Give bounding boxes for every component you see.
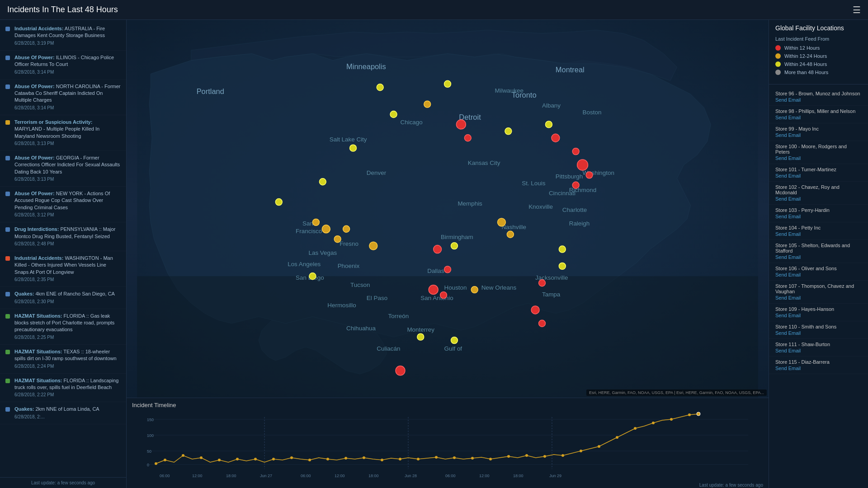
send-email-link[interactable]: Send Email (775, 254, 862, 260)
incident-item[interactable]: Drug Interdictions: PENNSYLVANIA :: Majo… (0, 222, 126, 251)
send-email-link[interactable]: Send Email (775, 313, 862, 318)
legend-label: Within 12 Hours (784, 45, 820, 51)
incident-text: Quakes: 2km NNE of Loma Linda, CA 6/28/2… (14, 406, 99, 420)
svg-text:18:00: 18:00 (513, 474, 524, 478)
svg-point-125 (543, 455, 546, 458)
svg-point-50 (572, 182, 579, 188)
store-item: Store 102 - Chavez, Roy and Mcdonald Sen… (769, 182, 868, 205)
store-item: Store 104 - Petty Inc Send Email (769, 222, 868, 240)
incident-dot (5, 84, 10, 89)
svg-point-69 (390, 111, 397, 118)
incident-list[interactable]: Industrial Accidents: AUSTRALIA - Fire D… (0, 20, 126, 477)
svg-point-131 (652, 422, 655, 424)
send-email-link[interactable]: Send Email (775, 295, 862, 300)
incident-item[interactable]: Quakes: 4km ENE of Rancho San Diego, CA … (0, 287, 126, 309)
incident-item[interactable]: Abuse Of Power: ILLINOIS - Chicago Polic… (0, 51, 126, 80)
svg-text:Jun 27: Jun 27 (260, 474, 272, 478)
send-email-link[interactable]: Send Email (775, 115, 862, 120)
incident-category: Quakes: (14, 291, 34, 296)
incident-text: HAZMAT Situations: FLORIDA :: Gas leak b… (14, 313, 121, 341)
svg-text:12:00: 12:00 (335, 474, 345, 478)
incident-dot (5, 292, 10, 296)
map-svg: Portland Minneapolis Montreal Toronto De… (127, 20, 769, 398)
store-item: Store 110 - Smith and Sons Send Email (769, 321, 868, 339)
store-item: Store 109 - Hayes-Hanson Send Email (769, 304, 868, 321)
legend-title: Last Incident Feed From (775, 36, 862, 42)
timeline-title: Incident Timeline (132, 402, 763, 408)
incident-dot (5, 256, 10, 261)
incident-description: MARYLAND - Multiple People Killed In Mar… (14, 126, 99, 138)
page-title: Incidents In The Last 48 Hours (7, 5, 118, 14)
incident-item[interactable]: Abuse Of Power: GEORGIA - Former Correct… (0, 151, 126, 187)
send-email-link[interactable]: Send Email (775, 132, 862, 138)
incident-dot (5, 314, 10, 319)
send-email-link[interactable]: Send Email (775, 97, 862, 103)
incident-text: Abuse Of Power: NEW YORK - Actions Of Ac… (14, 190, 121, 218)
svg-text:18:00: 18:00 (226, 474, 236, 478)
incident-dot (5, 56, 10, 60)
incident-dot (5, 192, 10, 196)
incident-category: Quakes: (14, 406, 34, 412)
store-name: Store 107 - Thompson, Chavez and Vaughan (775, 283, 862, 294)
svg-point-62 (497, 218, 505, 226)
incident-dot (5, 120, 10, 125)
store-name: Store 98 - Phillips, Miller and Nelson (775, 108, 862, 114)
send-email-link[interactable]: Send Email (775, 231, 862, 237)
map-container[interactable]: Portland Minneapolis Montreal Toronto De… (127, 20, 769, 398)
svg-point-68 (275, 199, 282, 206)
send-email-link[interactable]: Send Email (775, 155, 862, 161)
incident-item[interactable]: Quakes: 2km NNE of Loma Linda, CA 6/28/2… (0, 402, 126, 424)
incident-item[interactable]: HAZMAT Situations: TEXAS :: 18-wheeler s… (0, 345, 126, 374)
svg-point-67 (319, 178, 326, 185)
legend-label: More than 48 Hours (784, 70, 828, 75)
legend-label: Within 12-24 Hours (784, 53, 827, 59)
incident-timestamp: 6/28/2018, 2:35 PM (14, 277, 121, 283)
svg-point-63 (507, 231, 514, 238)
incident-category: Abuse Of Power: (14, 84, 55, 89)
send-email-link[interactable]: Send Email (775, 366, 862, 371)
svg-point-106 (200, 456, 203, 459)
send-email-link[interactable]: Send Email (775, 272, 862, 277)
incident-item[interactable]: Terrorism or Suspicious Activity: MARYLA… (0, 115, 126, 151)
incident-text: HAZMAT Situations: TEXAS :: 18-wheeler s… (14, 348, 121, 370)
incident-category: HAZMAT Situations: (14, 349, 62, 354)
right-panel-title: Global Facility Locations (769, 24, 868, 36)
svg-point-132 (670, 418, 673, 421)
legend-item: Within 24-48 Hours (775, 61, 862, 67)
send-email-link[interactable]: Send Email (775, 173, 862, 178)
svg-point-58 (343, 225, 350, 232)
store-item: Store 103 - Perry-Hardin Send Email (769, 205, 868, 222)
menu-button[interactable]: ☰ (853, 5, 861, 15)
svg-point-55 (539, 320, 546, 327)
incident-item[interactable]: HAZMAT Situations: FLORIDA :: Gas leak b… (0, 309, 126, 345)
svg-point-120 (453, 456, 456, 459)
incident-item[interactable]: Industrial Accidents: WASHINGTON - Man K… (0, 251, 126, 287)
svg-point-64 (424, 101, 431, 108)
incident-dot (5, 227, 10, 232)
incident-dot (5, 27, 10, 31)
legend-section: Last Incident Feed From Within 12 Hours … (769, 36, 868, 84)
incident-item[interactable]: HAZMAT Situations: FLORIDA :: Landscapin… (0, 374, 126, 403)
incident-category: Industrial Accidents: (14, 26, 63, 31)
incident-category: Abuse Of Power: (14, 191, 55, 196)
send-email-link[interactable]: Send Email (775, 348, 862, 353)
svg-point-121 (471, 457, 474, 460)
incident-item[interactable]: Industrial Accidents: AUSTRALIA - Fire D… (0, 22, 126, 51)
send-email-link[interactable]: Send Email (775, 330, 862, 336)
svg-point-49 (586, 172, 593, 178)
feed-last-update: Last update: a few seconds ago (0, 477, 126, 488)
store-name: Store 115 - Diaz-Barrera (775, 359, 862, 365)
incident-item[interactable]: Abuse Of Power: NORTH CAROLINA - Former … (0, 80, 126, 115)
legend-label: Within 24-48 Hours (784, 61, 827, 67)
send-email-link[interactable]: Send Email (775, 196, 862, 202)
svg-text:12:00: 12:00 (479, 474, 490, 478)
send-email-link[interactable]: Send Email (775, 214, 862, 219)
incident-text: Industrial Accidents: WASHINGTON - Man K… (14, 255, 121, 283)
incident-timestamp: 6/28/2018, 2:30 PM (14, 299, 115, 305)
map-background: Portland Minneapolis Montreal Toronto De… (127, 20, 769, 398)
incident-item[interactable]: Abuse Of Power: NEW YORK - Actions Of Ac… (0, 187, 126, 222)
svg-point-65 (471, 286, 478, 293)
incident-text: Abuse Of Power: NORTH CAROLINA - Former … (14, 83, 121, 111)
legend-dot (775, 45, 781, 51)
legend-item: Within 12 Hours (775, 45, 862, 51)
